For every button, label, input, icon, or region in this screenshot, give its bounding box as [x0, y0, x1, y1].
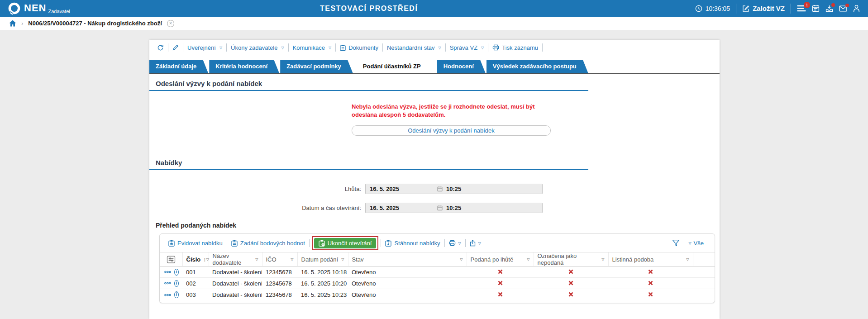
filter-all-button[interactable]: ▽ Vše: [688, 240, 704, 247]
opening-date-value: 16. 5. 2025: [366, 205, 437, 211]
command-sprava-vz[interactable]: Správa VZ ▽: [446, 44, 488, 51]
column-header-ico[interactable]: IČO ▽: [262, 252, 297, 267]
annotation-highlight-box: Ukončit otevírání: [312, 236, 379, 250]
notification-dot: [831, 3, 835, 7]
filter-caret-icon[interactable]: ▽: [291, 257, 293, 262]
column-header-listinna-podoba[interactable]: Listinná podoba ▽: [608, 252, 693, 267]
printer-icon: [492, 44, 499, 51]
bids-form: Lhůta: 16. 5. 2025 10:25 Datum a čas ote…: [149, 184, 720, 213]
cross-icon: [648, 281, 653, 286]
column-header-cislo[interactable]: Číslo ↑ ▽: [182, 252, 209, 267]
table-row[interactable]: i 001 Dodavatel - školení 2 12345678 16.…: [160, 267, 715, 278]
row-menu-icon[interactable]: [164, 294, 171, 296]
filter-button[interactable]: [672, 239, 680, 247]
session-time: 10:36:05: [706, 5, 730, 12]
info-icon[interactable]: i: [174, 280, 179, 287]
messages-button[interactable]: [839, 5, 847, 12]
cell-oznacena-jako-nepodana: [534, 267, 608, 278]
tab-hodnoceni[interactable]: Hodnocení: [437, 60, 486, 73]
filter-caret-icon[interactable]: ▽: [206, 257, 209, 262]
home-icon[interactable]: [9, 20, 16, 27]
downloads-button[interactable]: [825, 5, 833, 12]
filter-caret-icon[interactable]: ▽: [527, 257, 529, 262]
command-dokumenty[interactable]: Dokumenty: [336, 44, 382, 51]
print-menu-button[interactable]: ▽: [445, 240, 465, 246]
notification-dot: [845, 4, 849, 7]
command-ukony-zadavatele[interactable]: Úkony zadavatele ▽: [227, 44, 288, 51]
nen-logo-icon: [7, 1, 21, 15]
export-icon: [470, 240, 476, 247]
clock-icon: [695, 5, 702, 12]
printer-icon: [449, 240, 456, 246]
cell-podana-po-lhute: [467, 278, 534, 289]
tab-zakladni-udaje[interactable]: Základní údaje: [149, 60, 208, 73]
cell-ico: 12345678: [262, 289, 297, 300]
divider: [791, 4, 791, 14]
environment-title: TESTOVACÍ PROSTŘEDÍ: [320, 5, 418, 13]
info-icon[interactable]: i: [174, 269, 179, 276]
nen-logo[interactable]: NEN Zadavatel: [7, 1, 70, 15]
column-header-podana-po-lhute[interactable]: Podaná po lhůtě ▽: [467, 252, 534, 267]
clipboard-icon: [231, 240, 238, 247]
calendar-button[interactable]: [812, 5, 820, 12]
column-header-stav[interactable]: Stav ▽: [348, 252, 467, 267]
command-nestandardni-stav[interactable]: Nestandardní stav ▽: [383, 44, 445, 51]
refresh-icon: [157, 44, 164, 51]
cell-oznacena-jako-nepodana: [534, 278, 608, 289]
info-icon[interactable]: i: [174, 291, 179, 298]
column-header-oznacena-jako-nepodana[interactable]: Označena jako nepodaná ▽: [534, 252, 608, 267]
row-menu-icon[interactable]: [164, 282, 171, 285]
tab-vysledek-zadavaciho-postupu[interactable]: Výsledek zadávacího postupu: [486, 60, 588, 73]
command-tisk-zaznamu[interactable]: Tisk záznamu: [488, 44, 542, 51]
bids-overview-title: Přehled podaných nabídek: [156, 222, 720, 229]
session-clock: 10:36:05: [695, 5, 730, 12]
column-header-datum-podani[interactable]: Datum podání ▽: [297, 252, 348, 267]
tab-podani-ucastniku-zp[interactable]: Podání účastníků ZP: [354, 60, 436, 73]
breadcrumb-item[interactable]: N006/25/V00004727 - Nákup drogistického …: [28, 20, 162, 27]
filter-caret-icon[interactable]: ▽: [686, 257, 689, 262]
pencil-icon: [172, 44, 179, 51]
filter-caret-icon[interactable]: ▽: [341, 257, 344, 262]
section-title-bids: Nabídky: [149, 153, 588, 170]
table-row[interactable]: i 003 Dodavatel - školení 4 12345678 16.…: [160, 289, 715, 300]
cell-nazev-dodavatele: Dodavatel - školení 2: [209, 267, 262, 278]
command-bar: Uveřejnění ▽ Úkony zadavatele ▽ Komunika…: [149, 40, 720, 55]
cell-oznacena-jako-nepodana: [534, 289, 608, 300]
create-vz-button[interactable]: Založit VZ: [742, 5, 785, 12]
filter-caret-icon[interactable]: ▽: [460, 257, 463, 262]
record-panel: Uveřejnění ▽ Úkony zadavatele ▽ Komunika…: [149, 40, 720, 319]
tab-kriteria-hodnoceni[interactable]: Kritéria hodnocení: [209, 60, 279, 73]
opening-time-value: 10:25: [446, 205, 461, 211]
table-row[interactable]: i 002 Dodavatel - školení 3 12345678 16.…: [160, 278, 715, 289]
chevron-right-icon: ›: [21, 20, 23, 27]
calendar-icon: [437, 205, 443, 211]
filter-caret-icon[interactable]: ▽: [601, 257, 604, 262]
edit-record-button[interactable]: [168, 44, 183, 51]
export-menu-button[interactable]: ▽: [466, 240, 485, 247]
command-komunikace[interactable]: Komunikace ▽: [289, 44, 336, 51]
cross-icon: [568, 269, 573, 274]
download-bids-button[interactable]: Stáhnout nabídky: [381, 240, 444, 247]
bids-table: Číslo ↑ ▽ Název dodavatele ▽ IČO ▽: [160, 252, 715, 300]
column-settings-icon: [167, 256, 176, 263]
filter-caret-icon[interactable]: ▽: [255, 257, 258, 262]
deadline-field: 16. 5. 2025 10:25: [365, 184, 543, 194]
end-opening-button[interactable]: Ukončit otevírání: [314, 238, 377, 248]
send-invitation-button[interactable]: Odeslání výzvy k podání nabídek: [352, 125, 551, 136]
command-uverejneni[interactable]: Uveřejnění ▽: [183, 44, 226, 51]
chevron-down-icon: ▽: [329, 46, 331, 50]
divider: [736, 4, 736, 14]
row-menu-icon[interactable]: [164, 271, 171, 273]
column-settings-button[interactable]: [160, 252, 182, 267]
opening-field: 16. 5. 2025 10:25: [365, 203, 543, 213]
user-profile-button[interactable]: [853, 5, 860, 12]
register-bid-button[interactable]: Evidovat nabídku: [164, 240, 227, 247]
brand-name: NEN: [24, 1, 46, 15]
menu-button[interactable]: 1: [797, 5, 806, 12]
enter-points-button[interactable]: Zadání bodových hodnot: [227, 240, 309, 247]
brand-role: Zadavatel: [48, 9, 70, 14]
close-icon[interactable]: ×: [167, 20, 174, 27]
column-header-nazev-dodavatele[interactable]: Název dodavatele ▽: [209, 252, 262, 267]
tab-zadavaci-podminky[interactable]: Zadávací podmínky: [280, 60, 353, 73]
refresh-button[interactable]: [153, 44, 168, 51]
